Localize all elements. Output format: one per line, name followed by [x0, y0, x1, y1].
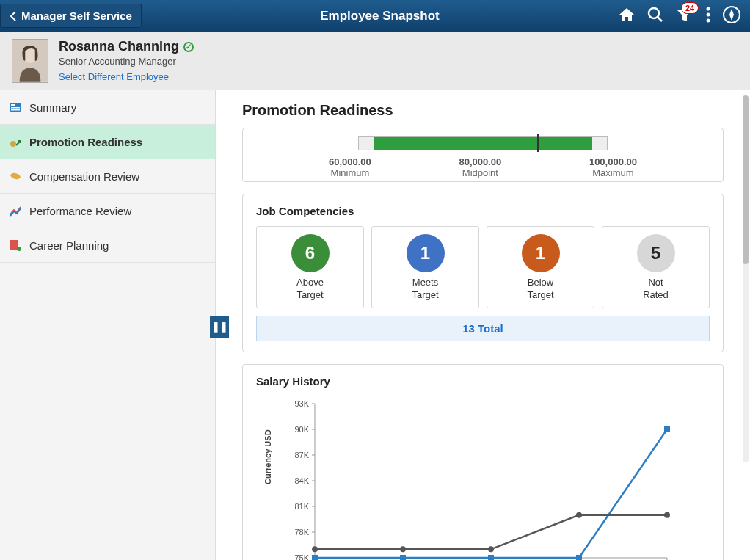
employee-header: Rosanna Channing Senior Accounting Manag… [0, 32, 750, 90]
content-heading: Promotion Readiness [242, 102, 724, 119]
notification-badge: 24 [681, 2, 699, 14]
sidebar-item-label: Performance Review [29, 205, 131, 217]
svg-rect-11 [11, 109, 20, 111]
career-icon [9, 239, 22, 252]
sidebar-item-promotion[interactable]: Promotion Readiness [0, 125, 215, 159]
range-min: 60,000.00Minimum [329, 156, 371, 178]
svg-rect-45 [664, 426, 670, 432]
svg-text:93K: 93K [294, 399, 309, 408]
verified-icon [183, 42, 194, 52]
scrollbar[interactable] [743, 95, 749, 462]
competency-count: 1 [522, 234, 560, 272]
chart-svg: 75K78K81K84K87K90K93K2013201420152016201… [271, 396, 682, 560]
competency-row: 6 AboveTarget1 MeetsTarget1 BelowTarget5… [256, 226, 710, 308]
svg-text:75K: 75K [294, 553, 309, 560]
avatar [12, 39, 48, 83]
svg-text:78K: 78K [294, 528, 309, 537]
svg-point-12 [10, 141, 16, 147]
scrollbar-thumb[interactable] [743, 95, 749, 264]
employee-name: Rosanna Channing [59, 39, 179, 54]
salary-history-chart: Currency USD 75K78K81K84K87K90K93K201320… [271, 396, 710, 560]
svg-line-1 [658, 17, 662, 21]
sidebar-item-summary[interactable]: Summary [0, 90, 215, 125]
employee-info: Rosanna Channing Senior Accounting Manag… [59, 39, 194, 82]
competency-count: 5 [637, 234, 675, 272]
sidebar-item-compensation[interactable]: Compensation Review [0, 159, 215, 194]
topbar-actions: 24 [618, 5, 750, 26]
sidebar-item-label: Promotion Readiness [29, 136, 142, 148]
svg-text:90K: 90K [294, 425, 309, 434]
range-fill [374, 137, 591, 150]
svg-text:81K: 81K [294, 502, 309, 511]
salary-range-bar [358, 136, 608, 150]
competency-box[interactable]: 6 AboveTarget [256, 226, 364, 308]
svg-rect-44 [576, 555, 582, 560]
compass-icon[interactable] [722, 5, 741, 26]
sidebar-item-label: Compensation Review [29, 170, 139, 183]
svg-text:87K: 87K [294, 451, 309, 459]
sidebar-item-label: Summary [29, 101, 76, 114]
salary-range-card: 60,000.00Minimum 80,000.00Midpoint 100,0… [242, 128, 724, 182]
chevron-left-icon [10, 11, 17, 21]
competency-label: AboveTarget [260, 277, 360, 302]
competency-count: 1 [407, 234, 445, 272]
search-icon[interactable] [647, 7, 663, 25]
home-icon[interactable] [618, 7, 636, 25]
range-labels: 60,000.00Minimum 80,000.00Midpoint 100,0… [329, 156, 637, 178]
collapse-sidebar-handle[interactable]: ❚❚ [210, 316, 229, 338]
competency-total[interactable]: 13 Total [256, 316, 710, 341]
svg-point-4 [707, 19, 710, 23]
main-layout: Summary Promotion Readiness Compensation… [0, 90, 750, 560]
svg-rect-42 [400, 555, 406, 560]
y-axis-label: Currency USD [263, 429, 272, 484]
menu-icon[interactable] [706, 7, 710, 25]
svg-point-47 [400, 546, 406, 552]
employee-role: Senior Accounting Manager [59, 56, 194, 67]
competency-box[interactable]: 5 NotRated [602, 226, 710, 308]
performance-icon [9, 204, 22, 217]
competency-label: BelowTarget [490, 277, 591, 302]
svg-rect-41 [312, 555, 318, 560]
competency-label: MeetsTarget [375, 277, 476, 302]
content-area: Promotion Readiness 60,000.00Minimum 80,… [216, 90, 750, 560]
sidebar: Summary Promotion Readiness Compensation… [0, 90, 216, 560]
svg-rect-43 [488, 555, 494, 560]
range-max: 100,000.00Maximum [589, 156, 637, 178]
sidebar-item-label: Career Planning [29, 239, 109, 252]
back-button[interactable]: Manager Self Service [0, 4, 142, 28]
pause-icon: ❚❚ [211, 321, 227, 332]
svg-rect-13 [10, 240, 18, 250]
range-mid: 80,000.00Midpoint [459, 156, 501, 178]
sidebar-item-performance[interactable]: Performance Review [0, 194, 215, 228]
svg-point-0 [649, 8, 659, 18]
range-marker [537, 134, 539, 152]
select-employee-link[interactable]: Select Different Employee [59, 71, 194, 82]
svg-point-46 [312, 546, 318, 552]
summary-icon [9, 101, 22, 114]
svg-point-2 [707, 7, 710, 11]
top-bar: Manager Self Service Employee Snapshot 2… [0, 0, 750, 32]
notifications-icon[interactable]: 24 [675, 7, 694, 25]
competency-box[interactable]: 1 BelowTarget [487, 226, 594, 308]
back-label: Manager Self Service [21, 10, 132, 22]
svg-point-50 [664, 512, 670, 517]
competency-label: NotRated [605, 277, 706, 302]
competencies-title: Job Competencies [256, 205, 710, 217]
compensation-icon [9, 170, 22, 183]
svg-point-3 [707, 13, 710, 17]
competencies-card: Job Competencies 6 AboveTarget1 MeetsTar… [242, 194, 724, 352]
salary-history-card: Salary History Currency USD 75K78K81K84K… [242, 364, 724, 560]
svg-rect-10 [11, 107, 20, 109]
svg-point-49 [576, 512, 582, 517]
sidebar-item-career[interactable]: Career Planning [0, 228, 215, 263]
svg-point-48 [488, 546, 494, 552]
svg-point-14 [17, 247, 21, 251]
competency-box[interactable]: 1 MeetsTarget [371, 226, 479, 308]
competency-count: 6 [291, 234, 330, 272]
promotion-icon [9, 135, 22, 148]
salary-history-title: Salary History [256, 375, 710, 388]
page-title: Employee Snapshot [142, 9, 618, 23]
svg-rect-9 [11, 104, 15, 106]
svg-text:84K: 84K [294, 476, 309, 485]
